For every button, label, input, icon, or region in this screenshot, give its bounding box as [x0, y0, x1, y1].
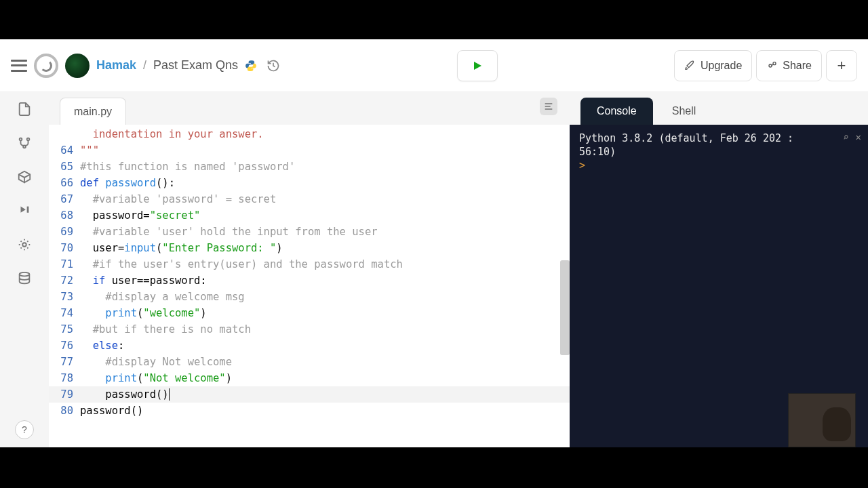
line-number: 69 [49, 224, 80, 240]
line-number: 80 [49, 403, 80, 419]
files-icon[interactable] [17, 102, 32, 117]
console-text: 56:10) [579, 145, 859, 159]
share-button[interactable]: Share [756, 50, 822, 81]
line-number: 71 [49, 256, 80, 272]
line-number: 68 [49, 207, 80, 224]
line-number: 75 [49, 321, 80, 338]
svg-rect-12 [545, 108, 553, 109]
breadcrumb-owner[interactable]: Hamak [96, 58, 136, 73]
breadcrumb-project[interactable]: Past Exam Qns [153, 58, 238, 73]
breadcrumb: Hamak / Past Exam Qns [96, 58, 238, 73]
line-number: 72 [49, 272, 80, 289]
database-icon[interactable] [17, 271, 32, 286]
tab-shell[interactable]: Shell [656, 98, 713, 125]
svg-point-8 [22, 243, 26, 247]
console-prompt: > [579, 159, 585, 171]
svg-marker-0 [474, 62, 481, 70]
line-number: 79 [49, 386, 80, 403]
svg-point-9 [20, 272, 30, 277]
svg-rect-11 [545, 106, 551, 106]
webcam-overlay [788, 393, 856, 447]
upgrade-label: Upgrade [701, 60, 742, 72]
help-button[interactable]: ? [15, 420, 34, 439]
console-close-icon[interactable]: ✕ [856, 130, 861, 144]
svg-point-4 [27, 138, 30, 141]
run-button[interactable] [457, 50, 498, 81]
debugger-icon[interactable] [17, 203, 32, 218]
upgrade-button[interactable]: Upgrade [674, 50, 752, 81]
share-label: Share [783, 60, 812, 72]
new-button[interactable]: + [826, 50, 857, 81]
side-rail: ? [0, 92, 49, 447]
svg-point-1 [769, 64, 772, 67]
console-search-icon[interactable]: ⌕ [843, 130, 848, 144]
editor-scrollbar[interactable] [560, 260, 570, 355]
packages-icon[interactable] [17, 169, 32, 184]
menu-icon[interactable] [11, 60, 27, 72]
python-icon [245, 60, 257, 72]
line-number: 74 [49, 305, 80, 321]
console-tabs: Console Shell [570, 92, 868, 125]
rocket-icon [684, 60, 695, 71]
line-number [49, 126, 80, 142]
avatar[interactable] [65, 54, 90, 78]
line-number: 76 [49, 338, 80, 354]
line-number: 78 [49, 370, 80, 386]
history-icon[interactable] [267, 59, 280, 73]
line-number: 64 [49, 142, 80, 159]
breadcrumb-separator: / [143, 58, 146, 73]
share-icon [766, 60, 777, 71]
version-control-icon[interactable] [17, 136, 32, 150]
format-icon[interactable] [540, 98, 557, 115]
file-tabs: main.py [49, 92, 570, 125]
console-text: Python 3.8.2 (default, Feb 26 202 [579, 132, 781, 144]
file-tab-main[interactable]: main.py [60, 98, 126, 125]
svg-point-3 [20, 138, 22, 141]
settings-icon[interactable] [17, 237, 32, 252]
line-number: 65 [49, 159, 80, 175]
header-bar: Hamak / Past Exam Qns Upgrade Share + [0, 39, 868, 92]
line-number: 77 [49, 354, 80, 370]
editor-pane: main.py indentation in your answer. 64""… [49, 92, 570, 447]
svg-marker-6 [21, 207, 26, 213]
code-editor[interactable]: indentation in your answer. 64""" 65#thi… [49, 125, 570, 447]
tab-console[interactable]: Console [580, 98, 653, 125]
line-number: 67 [49, 191, 80, 207]
svg-rect-7 [27, 207, 29, 213]
replit-logo-icon[interactable] [34, 54, 58, 78]
line-number: 66 [49, 175, 80, 191]
line-number: 70 [49, 240, 80, 256]
svg-rect-10 [545, 103, 553, 104]
line-number: 73 [49, 289, 80, 305]
